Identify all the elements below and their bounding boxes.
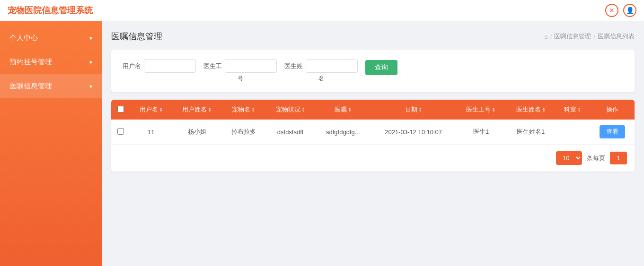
breadcrumb-part2: 医嘱信息列表 [598,32,635,41]
search-row: 用户名 医生工 号 医生姓 名 [123,59,623,83]
per-page-label: 条每页 [587,154,605,163]
sidebar-item-personal[interactable]: 个人中心 ▾ [0,26,102,50]
sidebar-item-medical-orders[interactable]: 医嘱信息管理 ▾ [0,74,102,98]
table-header-date: 日期⇕ [371,100,456,120]
table-header-username: 用户姓名⇕ [172,100,221,120]
table-header-row: 用户名⇕ 用户姓名⇕ 宠物名⇕ 宠物状况⇕ 医嘱⇕ 日期⇕ 医生工号⇕ 医生姓名… [111,100,635,120]
doctor-id-input[interactable] [225,59,277,73]
doctor-id-label: 医生工 [203,62,222,70]
search-button[interactable]: 查询 [365,60,397,75]
table-header-pet-name: 宠物名⇕ [222,100,265,120]
main-content: 医嘱信息管理 ⌂ / 医嘱信息管理 / 医嘱信息列表 用户名 [102,21,644,266]
search-field-doctor-name: 医生姓 名 [284,59,358,83]
search-panel: 用户名 医生工 号 医生姓 名 [111,50,635,92]
sort-icon: ⇕ [577,107,581,112]
page-header: 医嘱信息管理 ⌂ / 医嘱信息管理 / 医嘱信息列表 [111,31,635,42]
chevron-down-icon: ▾ [89,59,92,66]
sort-icon: ⇕ [301,107,305,112]
breadcrumb: ⌂ / 医嘱信息管理 / 医嘱信息列表 [544,32,635,41]
username-input[interactable] [144,59,196,73]
sidebar-item-label: 预约挂号管理 [9,58,52,67]
sort-icon: ⇕ [208,107,212,112]
table-header-doctor-id: 医生工号⇕ [456,100,506,120]
data-table: 用户名⇕ 用户姓名⇕ 宠物名⇕ 宠物状况⇕ 医嘱⇕ 日期⇕ 医生工号⇕ 医生姓名… [111,100,635,144]
cell-pet-status: dsfdsfsdff [265,120,315,144]
doctor-name-label: 医生姓 [284,62,303,70]
page-title: 医嘱信息管理 [111,31,162,42]
sidebar-item-appointment[interactable]: 预约挂号管理 ▾ [0,50,102,74]
app-header: 宠物医院信息管理系统 ✕ 👤 [0,0,644,21]
chevron-down-icon: ▾ [89,83,92,90]
cell-doctor-name: 医生姓名1 [506,120,556,144]
cell-action: 查看 [590,120,635,144]
table-header-department: 科室⇕ [556,100,590,120]
main-layout: 个人中心 ▾ 预约挂号管理 ▾ 医嘱信息管理 ▾ 医嘱信息管理 ⌂ / 医嘱信息… [0,21,644,266]
chevron-down-icon: ▾ [89,35,92,42]
table-header-user-id: 用户名⇕ [130,100,172,120]
row-checkbox-cell [111,120,130,144]
table-header-checkbox [111,100,130,120]
sidebar-item-label: 个人中心 [9,34,38,43]
close-button[interactable]: ✕ [605,4,618,17]
username-label: 用户名 [123,62,141,70]
doctor-name-sublabel: 名 [318,75,324,83]
cell-pet-name: 拉布拉多 [222,120,265,144]
header-icons: ✕ 👤 [605,4,636,17]
pagination-bar: 102050 条每页 1 [111,144,635,172]
cell-department [556,120,590,144]
doctor-name-input[interactable] [306,59,358,73]
table-header-action: 操作 [590,100,635,120]
sort-icon: ⇕ [159,107,163,112]
cell-date: 2021-03-12 10:10:07 [371,120,456,144]
cell-doctor-id: 医生1 [456,120,506,144]
select-all-checkbox[interactable] [117,106,124,112]
table-header-medical-order: 医嘱⇕ [315,100,371,120]
breadcrumb-sep2: / [593,33,595,40]
breadcrumb-part1: 医嘱信息管理 [554,32,591,41]
page-number-button[interactable]: 1 [610,152,627,164]
table-row: 11 杨小姐 拉布拉多 dsfdsfsdff sdfgfdgdfg... 202… [111,120,635,144]
sort-icon: ⇕ [542,107,546,112]
cell-medical-order: sdfgfdgdfg... [315,120,371,144]
sort-icon: ⇕ [251,107,255,112]
table-header-doctor-name: 医生姓名⇕ [506,100,556,120]
table-panel: 用户名⇕ 用户姓名⇕ 宠物名⇕ 宠物状况⇕ 医嘱⇕ 日期⇕ 医生工号⇕ 医生姓名… [111,100,635,172]
app-title: 宠物医院信息管理系统 [8,5,93,16]
cell-user-id: 11 [130,120,172,144]
sort-icon: ⇕ [348,107,352,112]
view-button[interactable]: 查看 [600,125,625,138]
sidebar: 个人中心 ▾ 预约挂号管理 ▾ 医嘱信息管理 ▾ [0,21,102,266]
user-icon: 👤 [626,7,634,14]
user-button[interactable]: 👤 [623,4,636,17]
home-icon: ⌂ [544,33,548,40]
close-icon: ✕ [609,7,615,14]
cell-username: 杨小姐 [172,120,221,144]
search-field-username: 用户名 [123,59,196,73]
breadcrumb-sep1: / [550,33,552,40]
sort-icon: ⇕ [418,107,422,112]
search-field-doctor-id: 医生工 号 [203,59,277,83]
table-header-pet-status: 宠物状况⇕ [265,100,315,120]
row-checkbox[interactable] [117,128,124,135]
doctor-id-sublabel: 号 [238,75,243,83]
sort-icon: ⇕ [492,107,495,112]
sidebar-item-label: 医嘱信息管理 [9,82,52,91]
per-page-select[interactable]: 102050 [556,151,582,165]
